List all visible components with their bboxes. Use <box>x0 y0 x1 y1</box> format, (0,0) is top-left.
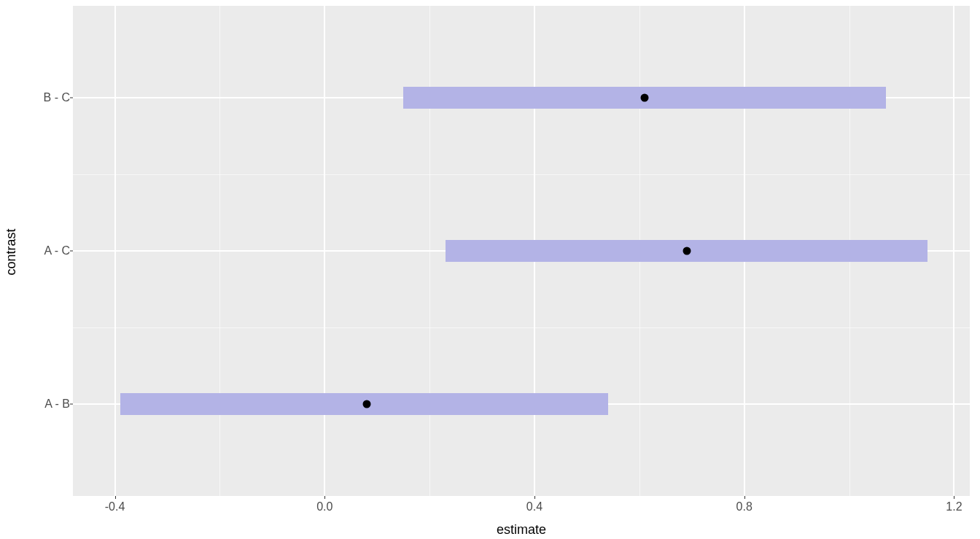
estimate-point <box>641 94 649 102</box>
plot-panel: -0.40.00.40.81.2A - BA - CB - C <box>73 6 970 496</box>
grid-v-minor <box>429 6 430 496</box>
y-tick-label: B - C <box>44 91 70 104</box>
x-tick-label: 0.4 <box>526 500 542 513</box>
y-tick-label: A - B <box>44 398 70 411</box>
x-tick-label: 0.8 <box>736 500 752 513</box>
y-tick-mark <box>70 98 73 98</box>
x-tick-mark <box>744 496 745 499</box>
x-tick-label: 1.2 <box>946 500 962 513</box>
grid-v-major <box>114 6 116 496</box>
estimate-point <box>362 400 370 408</box>
x-axis-title-text: estimate <box>497 522 546 537</box>
x-tick-mark <box>324 496 325 499</box>
x-axis-title: estimate <box>73 522 970 538</box>
x-tick-mark <box>534 496 535 499</box>
y-tick-label: A - C <box>44 244 70 257</box>
grid-h-minor <box>73 327 970 328</box>
y-tick-mark <box>70 251 73 252</box>
y-axis-title-text: contrast <box>4 228 19 275</box>
x-tick-label: 0.0 <box>316 500 332 513</box>
y-axis-title: contrast <box>0 0 22 503</box>
grid-h-minor <box>73 174 970 175</box>
chart-container: contrast -0.40.00.40.81.2A - BA - CB - C… <box>0 0 980 539</box>
y-tick-mark <box>70 404 73 405</box>
x-tick-label: -0.4 <box>105 500 125 513</box>
estimate-point <box>682 247 691 255</box>
grid-v-minor <box>219 6 220 496</box>
grid-v-major <box>953 6 954 496</box>
x-tick-mark <box>954 496 954 499</box>
grid-v-major <box>324 6 325 496</box>
x-tick-mark <box>115 496 116 499</box>
